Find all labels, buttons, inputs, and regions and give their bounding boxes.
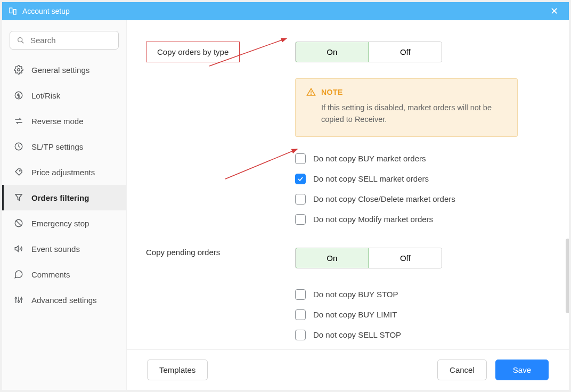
toggle-copy-orders: On Off <box>295 42 442 62</box>
checkbox[interactable] <box>295 194 306 205</box>
checkbox-label: Do not copy BUY LIMIT <box>313 310 397 319</box>
checkbox-row: Do not copy SELL market orders <box>295 169 545 189</box>
checkbox-label: Do not copy BUY market orders <box>313 154 426 163</box>
checkbox[interactable] <box>295 289 306 300</box>
checkbox-row: Do not copy SELL STOP <box>295 325 545 345</box>
note-title: NOTE <box>321 88 343 96</box>
main-panel: Copy orders by type On Off NOTE I <box>127 20 569 390</box>
sidebar-item-advanced-settings[interactable]: Advanced settings <box>2 287 126 313</box>
checkbox[interactable] <box>295 330 306 340</box>
toggle-on-button[interactable]: On <box>295 248 369 268</box>
svg-point-15 <box>21 298 22 300</box>
checkbox-label: Do not copy Modify market orders <box>313 215 433 224</box>
checkbox-label: Do not copy BUY STOP <box>313 290 398 299</box>
sidebar-item-lot-risk[interactable]: Lot/Risk <box>2 83 126 108</box>
note-body: If this setting is disabled, market orde… <box>321 102 507 126</box>
sidebar: General settingsLot/RiskReverse modeSL/T… <box>2 20 127 390</box>
gear-icon <box>13 64 24 75</box>
sidebar-item-general-settings[interactable]: General settings <box>2 57 126 83</box>
checkbox[interactable] <box>295 153 306 164</box>
sidebar-item-comments[interactable]: Comments <box>2 262 126 287</box>
titlebar: Account setup ✕ <box>2 2 569 20</box>
sidebar-item-sl-tp-settings[interactable]: SL/TP settings <box>2 134 126 159</box>
footer-bar: Templates Cancel Save <box>127 349 569 390</box>
sidebar-item-label: Reverse mode <box>31 117 84 126</box>
sidebar-item-event-sounds[interactable]: Event sounds <box>2 236 126 262</box>
section-label-copy-pending: Copy pending orders <box>146 241 220 263</box>
toggle-on-button[interactable]: On <box>295 42 369 62</box>
checkbox-row: Do not copy Close/Delete market orders <box>295 189 545 209</box>
sidebar-item-price-adjustments[interactable]: Price adjustments <box>2 159 126 185</box>
sidebar-item-label: Emergency stop <box>31 219 89 228</box>
templates-button[interactable]: Templates <box>147 360 208 380</box>
dollar-icon <box>13 90 24 101</box>
search-input[interactable] <box>30 36 112 45</box>
svg-point-14 <box>18 301 20 303</box>
note-box: NOTE If this setting is disabled, market… <box>295 78 518 137</box>
toggle-off-button[interactable]: Off <box>369 42 442 62</box>
sidebar-item-label: Price adjustments <box>31 168 95 177</box>
sidebar-item-emergency-stop[interactable]: Emergency stop <box>2 210 126 236</box>
sidebar-item-label: Advanced settings <box>31 296 97 305</box>
app-icon <box>9 7 17 15</box>
svg-rect-0 <box>10 8 12 13</box>
checkbox[interactable] <box>295 214 306 225</box>
scrollbar-thumb[interactable] <box>566 239 569 313</box>
checkbox-label: Do not copy SELL market orders <box>313 174 429 183</box>
sidebar-item-orders-filtering[interactable]: Orders filtering <box>2 185 126 210</box>
svg-point-7 <box>20 170 21 172</box>
tag-icon <box>13 167 24 177</box>
svg-rect-1 <box>13 10 16 14</box>
cancel-button[interactable]: Cancel <box>437 360 487 380</box>
dialog-window: Account setup ✕ General settingsLot/Risk… <box>2 2 569 390</box>
search-input-wrap[interactable] <box>10 31 119 50</box>
chat-icon <box>13 269 24 280</box>
svg-point-2 <box>18 37 22 42</box>
svg-line-3 <box>22 41 24 43</box>
save-button[interactable]: Save <box>495 360 549 380</box>
filter-icon <box>13 192 24 203</box>
checkbox-label: Do not copy SELL STOP <box>313 330 401 339</box>
volume-icon <box>13 243 24 254</box>
warning-icon <box>306 87 316 97</box>
checkbox-row: Do not copy BUY LIMIT <box>295 305 545 325</box>
sidebar-item-label: Orders filtering <box>31 193 89 202</box>
checkbox-row: Do not copy BUY market orders <box>295 149 545 169</box>
checkbox[interactable] <box>295 174 306 184</box>
sidebar-item-label: Comments <box>31 270 70 279</box>
checkbox[interactable] <box>295 309 306 320</box>
clock-icon <box>13 141 24 152</box>
swap-icon <box>13 116 24 126</box>
svg-point-17 <box>311 94 311 94</box>
toggle-off-button[interactable]: Off <box>369 248 442 268</box>
section-label-copy-orders: Copy orders by type <box>146 42 240 62</box>
sliders-icon <box>13 295 24 305</box>
checkbox-row: Do not copy SELL LIMIT <box>295 345 545 350</box>
sidebar-item-label: Event sounds <box>31 244 80 254</box>
toggle-copy-pending: On Off <box>295 248 442 268</box>
sidebar-item-label: SL/TP settings <box>31 142 83 151</box>
sidebar-item-label: General settings <box>31 66 89 75</box>
svg-line-9 <box>16 220 22 226</box>
checkbox-label: Do not copy Close/Delete market orders <box>313 194 455 203</box>
sidebar-item-label: Lot/Risk <box>31 91 60 100</box>
ban-icon <box>13 218 24 228</box>
checkbox-row: Do not copy BUY STOP <box>295 284 545 305</box>
svg-point-4 <box>18 69 20 71</box>
checkbox-row: Do not copy Modify market orders <box>295 209 545 230</box>
sidebar-item-reverse-mode[interactable]: Reverse mode <box>2 108 126 134</box>
window-title: Account setup <box>22 7 70 15</box>
close-icon[interactable]: ✕ <box>546 4 562 18</box>
svg-point-13 <box>15 298 17 299</box>
search-icon <box>17 36 25 45</box>
